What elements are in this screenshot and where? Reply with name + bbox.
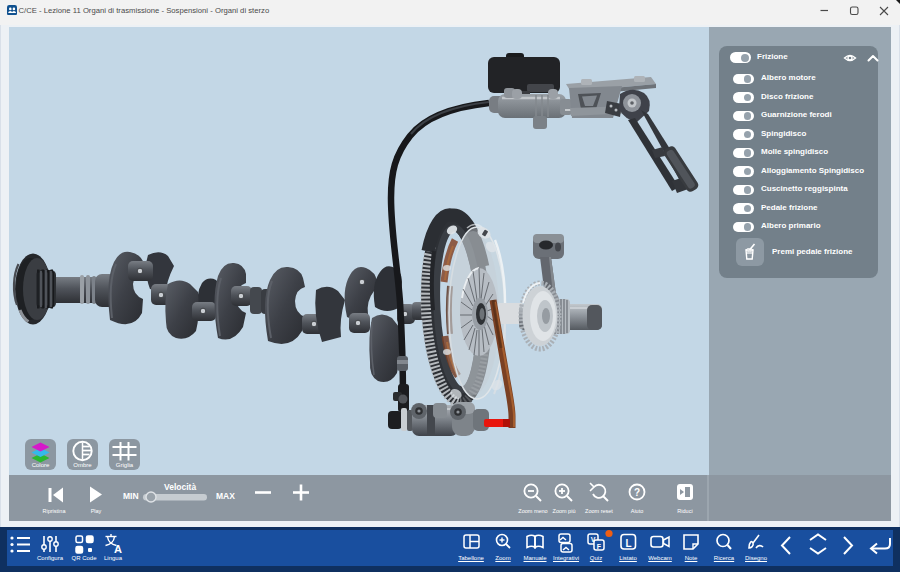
svg-text:A: A [114, 543, 122, 555]
svg-text:F: F [597, 543, 602, 550]
svg-text:?: ? [634, 487, 640, 498]
svg-text:V: V [591, 536, 596, 543]
svg-text:L: L [625, 538, 631, 549]
